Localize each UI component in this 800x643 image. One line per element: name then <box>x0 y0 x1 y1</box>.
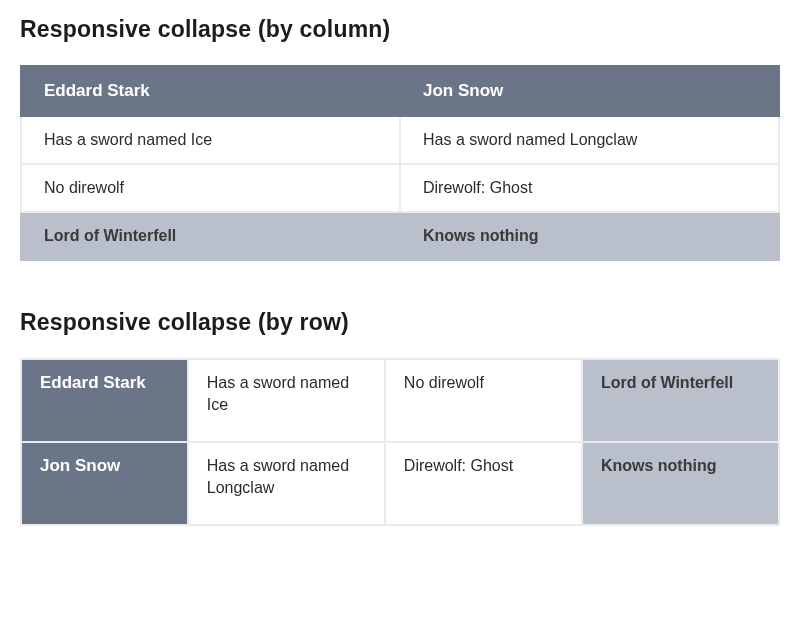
table-row: Has a sword named Ice Has a sword named … <box>21 116 779 164</box>
table-row: Jon Snow Has a sword named Longclaw Dire… <box>21 442 779 525</box>
table-cell: Has a sword named Longclaw <box>400 116 779 164</box>
table-cell: Direwolf: Ghost <box>400 164 779 212</box>
row-header: Jon Snow <box>21 442 188 525</box>
table-cell: Has a sword named Ice <box>21 116 400 164</box>
section-title-by-column: Responsive collapse (by column) <box>20 16 780 43</box>
table-cell: No direwolf <box>21 164 400 212</box>
table-footer-cell: Lord of Winterfell <box>582 359 779 442</box>
table-row: Lord of Winterfell Knows nothing <box>21 212 779 260</box>
table-footer-cell: Knows nothing <box>400 212 779 260</box>
table-row: No direwolf Direwolf: Ghost <box>21 164 779 212</box>
table-footer-cell: Lord of Winterfell <box>21 212 400 260</box>
column-header: Eddard Stark <box>21 66 400 116</box>
section-title-by-row: Responsive collapse (by row) <box>20 309 780 336</box>
column-header: Jon Snow <box>400 66 779 116</box>
table-cell: Has a sword named Ice <box>188 359 385 442</box>
table-footer-cell: Knows nothing <box>582 442 779 525</box>
table-cell: Direwolf: Ghost <box>385 442 582 525</box>
table-by-column: Eddard Stark Jon Snow Has a sword named … <box>20 65 780 261</box>
table-row: Eddard Stark Jon Snow <box>21 66 779 116</box>
row-header: Eddard Stark <box>21 359 188 442</box>
table-cell: No direwolf <box>385 359 582 442</box>
table-row: Eddard Stark Has a sword named Ice No di… <box>21 359 779 442</box>
table-cell: Has a sword named Longclaw <box>188 442 385 525</box>
table-by-row: Eddard Stark Has a sword named Ice No di… <box>20 358 780 526</box>
